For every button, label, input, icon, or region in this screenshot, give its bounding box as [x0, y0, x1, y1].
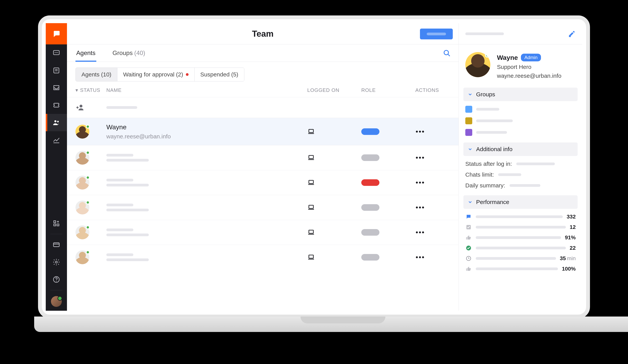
table-row[interactable]: Waynewayne.reese@urban.info [67, 118, 459, 145]
clock-icon [465, 255, 472, 262]
agent-name-cell [106, 204, 307, 211]
seg-agents[interactable]: Agents (10) [76, 68, 117, 81]
laptop-icon [307, 154, 315, 161]
role-cell [361, 154, 415, 161]
pencil-icon [568, 30, 576, 38]
status-filter: Agents (10) Waiting for approval (2) Sus… [76, 68, 244, 81]
info-daily-summary: Daily summary: [465, 182, 576, 189]
svg-rect-15 [54, 243, 59, 247]
section-performance[interactable]: Performance [463, 195, 578, 209]
tab-groups-count: (40) [134, 49, 145, 57]
alert-dot-icon [186, 73, 189, 76]
svg-point-22 [79, 105, 82, 107]
chevron-down-icon [468, 147, 473, 152]
svg-point-19 [56, 281, 57, 281]
chevron-down-icon [468, 92, 473, 97]
profile-email: wayne.reese@urban.info [497, 73, 561, 79]
logged-on-cell [307, 228, 361, 236]
table-row[interactable] [67, 170, 459, 195]
seg-suspended[interactable]: Suspended (5) [195, 68, 244, 81]
logo[interactable] [46, 23, 67, 44]
seg-waiting[interactable]: Waiting for approval (2) [117, 68, 195, 81]
perf-value: 332 [567, 214, 576, 220]
agent-avatar [76, 176, 89, 190]
group-row[interactable] [465, 106, 576, 113]
sort-caret-icon: ▾ [76, 87, 78, 93]
role-cell [361, 254, 415, 261]
group-row[interactable] [465, 117, 576, 124]
svg-point-8 [57, 121, 59, 123]
laptop-icon [307, 228, 315, 236]
agent-avatar [76, 201, 89, 215]
table-row[interactable] [67, 195, 459, 220]
perf-value: 100% [562, 266, 576, 272]
nav-help[interactable] [46, 271, 67, 288]
presence-dot-icon [86, 151, 90, 154]
row-actions-button[interactable] [415, 156, 425, 159]
group-row[interactable] [465, 129, 576, 136]
table-row[interactable] [67, 220, 459, 245]
row-actions-button[interactable] [415, 181, 425, 184]
row-actions-button[interactable] [415, 231, 425, 234]
row-actions-button[interactable] [415, 130, 425, 133]
svg-rect-11 [54, 224, 56, 226]
nav-apps[interactable] [46, 215, 67, 232]
chart-icon [53, 136, 60, 144]
perf-row: 332 [465, 214, 576, 220]
col-actions[interactable]: ACTIONS [415, 87, 450, 93]
nav-billing[interactable] [46, 236, 67, 253]
col-name[interactable]: NAME [106, 87, 307, 93]
agent-name-cell [106, 154, 307, 161]
nav-chats[interactable] [46, 44, 67, 62]
svg-point-17 [55, 261, 57, 263]
agent-avatar [76, 250, 89, 264]
nav-team[interactable] [46, 114, 67, 131]
row-actions-button[interactable] [415, 256, 425, 259]
tabs: Agents Groups (40) [67, 44, 459, 62]
nav-tickets2[interactable] [46, 96, 67, 114]
col-status[interactable]: ▾ STATUS [76, 87, 106, 93]
table-row[interactable] [67, 97, 459, 118]
nav-reports[interactable] [46, 131, 67, 148]
col-logged[interactable]: LOGGED ON [307, 87, 361, 93]
thumb-icon [465, 266, 472, 272]
svg-point-3 [57, 52, 58, 53]
nav-archive[interactable] [46, 79, 67, 96]
perf-row: 35min [465, 255, 576, 262]
laptop-icon [307, 179, 315, 186]
group-color-swatch [465, 106, 472, 113]
section-groups[interactable]: Groups [463, 88, 578, 101]
nav-settings[interactable] [46, 253, 67, 271]
chat-bubble-icon [53, 49, 60, 57]
thumb-icon [465, 234, 472, 241]
presence-dot-icon [86, 225, 90, 229]
edit-button[interactable] [568, 30, 576, 38]
perf-row: 12 [465, 224, 576, 230]
agent-name-cell [106, 179, 307, 186]
svg-point-1 [55, 52, 55, 53]
tab-groups[interactable]: Groups (40) [112, 44, 146, 62]
col-role[interactable]: ROLE [361, 87, 415, 93]
detail-pane: Wayne Admin Support Hero wayne.reese@urb… [459, 23, 582, 311]
section-additional[interactable]: Additional info [463, 143, 578, 156]
table-row[interactable] [67, 245, 459, 270]
nav-tickets[interactable] [46, 62, 67, 79]
logged-on-cell [307, 154, 361, 161]
self-avatar[interactable] [51, 296, 62, 307]
primary-action-button[interactable] [420, 29, 453, 39]
perf-value: 35min [560, 255, 576, 262]
add-agent-icon[interactable] [76, 103, 85, 112]
tab-agents[interactable]: Agents [76, 44, 96, 62]
search-button[interactable] [443, 49, 451, 57]
ok-icon [465, 245, 472, 251]
perf-value: 12 [570, 224, 576, 230]
chat-icon [465, 214, 472, 220]
row-actions-button[interactable] [415, 206, 425, 209]
svg-rect-35 [309, 255, 313, 258]
presence-dot-icon [485, 53, 490, 58]
search-icon [443, 49, 451, 57]
svg-rect-10 [54, 221, 56, 223]
presence-dot-icon [86, 201, 90, 204]
svg-point-20 [444, 50, 449, 55]
table-row[interactable] [67, 145, 459, 170]
